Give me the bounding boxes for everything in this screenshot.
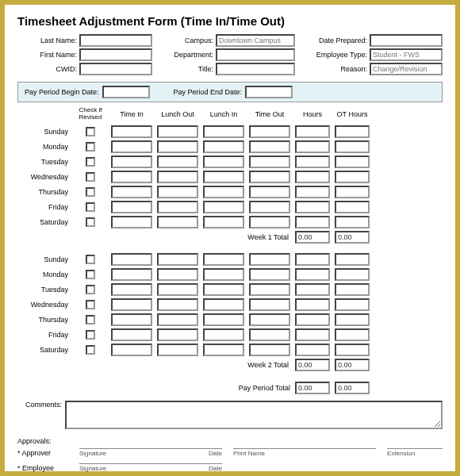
time-out-input[interactable]	[249, 125, 290, 138]
lunch-out-input[interactable]	[157, 201, 198, 213]
lunch-in-input[interactable]	[203, 283, 244, 296]
hours-input[interactable]	[295, 171, 330, 183]
time-out-input[interactable]	[249, 140, 290, 153]
last-name-input[interactable]	[79, 34, 152, 47]
lunch-in-input[interactable]	[203, 140, 244, 153]
lunch-out-input[interactable]	[157, 298, 198, 311]
week1-total-hours[interactable]	[295, 231, 330, 244]
department-input[interactable]	[216, 48, 295, 61]
ot-hours-input[interactable]	[335, 125, 370, 138]
time-out-input[interactable]	[249, 253, 290, 266]
comments-input[interactable]	[65, 401, 443, 429]
time-out-input[interactable]	[249, 186, 290, 198]
week1-total-ot[interactable]	[335, 231, 370, 244]
ot-hours-input[interactable]	[335, 140, 370, 153]
lunch-in-input[interactable]	[203, 268, 244, 281]
revised-checkbox[interactable]	[75, 270, 106, 279]
ot-hours-input[interactable]	[335, 344, 370, 356]
pay-begin-input[interactable]	[102, 86, 150, 98]
lunch-in-input[interactable]	[203, 253, 244, 266]
revised-checkbox[interactable]	[75, 217, 106, 227]
lunch-out-input[interactable]	[157, 140, 198, 153]
lunch-in-input[interactable]	[203, 125, 244, 138]
time-out-input[interactable]	[249, 283, 290, 296]
time-in-input[interactable]	[111, 171, 152, 183]
time-in-input[interactable]	[111, 298, 152, 311]
time-out-input[interactable]	[249, 313, 290, 326]
revised-checkbox[interactable]	[75, 157, 106, 167]
revised-checkbox[interactable]	[75, 172, 106, 182]
hours-input[interactable]	[295, 313, 330, 326]
date-prepared-input[interactable]	[370, 34, 443, 47]
revised-checkbox[interactable]	[75, 142, 106, 152]
time-in-input[interactable]	[111, 140, 152, 153]
time-in-input[interactable]	[111, 328, 152, 341]
time-in-input[interactable]	[111, 216, 152, 228]
ot-hours-input[interactable]	[335, 253, 370, 266]
lunch-out-input[interactable]	[157, 125, 198, 138]
time-in-input[interactable]	[111, 253, 152, 266]
reason-input[interactable]	[370, 63, 443, 75]
hours-input[interactable]	[295, 125, 330, 138]
time-out-input[interactable]	[249, 155, 290, 168]
ot-hours-input[interactable]	[335, 298, 370, 311]
lunch-in-input[interactable]	[203, 298, 244, 311]
time-out-input[interactable]	[249, 216, 290, 228]
hours-input[interactable]	[295, 155, 330, 168]
lunch-in-input[interactable]	[203, 216, 244, 228]
revised-checkbox[interactable]	[75, 300, 106, 309]
ot-hours-input[interactable]	[335, 155, 370, 168]
employee-type-input[interactable]	[370, 48, 443, 61]
revised-checkbox[interactable]	[75, 187, 106, 197]
revised-checkbox[interactable]	[75, 330, 106, 340]
hours-input[interactable]	[295, 268, 330, 281]
lunch-out-input[interactable]	[157, 253, 198, 266]
pay-end-input[interactable]	[245, 86, 293, 98]
lunch-out-input[interactable]	[157, 186, 198, 198]
hours-input[interactable]	[295, 298, 330, 311]
pay-period-total-hours[interactable]	[295, 382, 330, 394]
lunch-out-input[interactable]	[157, 283, 198, 296]
hours-input[interactable]	[295, 328, 330, 341]
time-in-input[interactable]	[111, 201, 152, 213]
lunch-out-input[interactable]	[157, 268, 198, 281]
time-out-input[interactable]	[249, 298, 290, 311]
ot-hours-input[interactable]	[335, 186, 370, 198]
revised-checkbox[interactable]	[75, 315, 106, 324]
hours-input[interactable]	[295, 283, 330, 296]
time-in-input[interactable]	[111, 186, 152, 198]
lunch-in-input[interactable]	[203, 155, 244, 168]
lunch-out-input[interactable]	[157, 216, 198, 228]
lunch-in-input[interactable]	[203, 313, 244, 326]
time-in-input[interactable]	[111, 344, 152, 356]
time-out-input[interactable]	[249, 344, 290, 356]
time-in-input[interactable]	[111, 268, 152, 281]
lunch-in-input[interactable]	[203, 328, 244, 341]
ot-hours-input[interactable]	[335, 216, 370, 228]
hours-input[interactable]	[295, 186, 330, 198]
lunch-in-input[interactable]	[203, 171, 244, 183]
hours-input[interactable]	[295, 216, 330, 228]
time-in-input[interactable]	[111, 125, 152, 138]
revised-checkbox[interactable]	[75, 127, 106, 136]
lunch-out-input[interactable]	[157, 171, 198, 183]
time-out-input[interactable]	[249, 201, 290, 213]
ot-hours-input[interactable]	[335, 328, 370, 341]
time-in-input[interactable]	[111, 313, 152, 326]
ot-hours-input[interactable]	[335, 283, 370, 296]
title-input[interactable]	[216, 63, 295, 75]
revised-checkbox[interactable]	[75, 285, 106, 294]
revised-checkbox[interactable]	[75, 202, 106, 212]
lunch-in-input[interactable]	[203, 201, 244, 213]
ot-hours-input[interactable]	[335, 268, 370, 281]
ot-hours-input[interactable]	[335, 171, 370, 183]
ot-hours-input[interactable]	[335, 313, 370, 326]
lunch-in-input[interactable]	[203, 344, 244, 356]
time-in-input[interactable]	[111, 283, 152, 296]
hours-input[interactable]	[295, 253, 330, 266]
hours-input[interactable]	[295, 201, 330, 213]
first-name-input[interactable]	[79, 48, 152, 61]
ot-hours-input[interactable]	[335, 201, 370, 213]
cwid-input[interactable]	[79, 63, 152, 75]
lunch-out-input[interactable]	[157, 313, 198, 326]
